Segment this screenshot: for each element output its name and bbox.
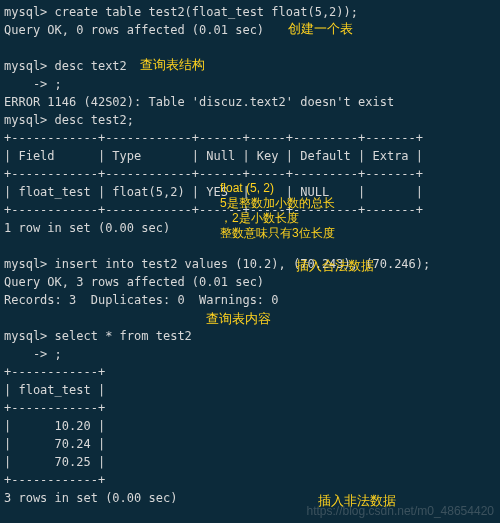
line: +------------+------------+------+-----+… xyxy=(4,131,423,145)
line: +------------+------------+------+-----+… xyxy=(4,167,423,181)
line: -> ; xyxy=(4,347,62,361)
line: | 10.20 | xyxy=(4,419,105,433)
line: mysql> select * from test2 xyxy=(4,329,192,343)
annotation-insert-valid: 插入合法数据 xyxy=(296,256,374,276)
line: 1 row in set (0.00 sec) xyxy=(4,221,170,235)
line: +------------+ xyxy=(4,365,105,379)
annotation-create-table: 创建一个表 xyxy=(288,19,353,39)
line: Query OK, 0 rows affected (0.01 sec) xyxy=(4,23,264,37)
line: | 70.25 | xyxy=(4,455,105,469)
line: Query OK, 3 rows affected (0.01 sec) xyxy=(4,275,264,289)
line: | 70.24 | xyxy=(4,437,105,451)
annotation-desc-struct: 查询表结构 xyxy=(140,55,205,75)
line: | Field | Type | Null | Key | Default | … xyxy=(4,149,423,163)
terminal-output: mysql> create table test2(float_test flo… xyxy=(0,0,500,523)
line: +------------+------------+------+-----+… xyxy=(4,203,423,217)
line: Records: 3 Duplicates: 0 Warnings: 0 xyxy=(4,293,279,307)
line: +------------+ xyxy=(4,473,105,487)
line: ERROR 1146 (42S02): Table 'discuz.text2'… xyxy=(4,95,394,109)
line: -> ; xyxy=(4,77,62,91)
line: | float_test | float(5,2) | YES | | NULL… xyxy=(4,185,423,199)
annotation-select: 查询表内容 xyxy=(206,309,271,329)
watermark: https://blog.csdn.net/m0_48654420 xyxy=(307,502,494,520)
line: mysql> desc text2 xyxy=(4,59,127,73)
line: | float_test | xyxy=(4,383,105,397)
line: mysql> create table test2(float_test flo… xyxy=(4,5,358,19)
line: +------------+ xyxy=(4,401,105,415)
annotation-float-int: 整数意味只有3位长度 xyxy=(220,224,335,242)
line: mysql> desc test2; xyxy=(4,113,134,127)
line: 3 rows in set (0.00 sec) xyxy=(4,491,177,505)
